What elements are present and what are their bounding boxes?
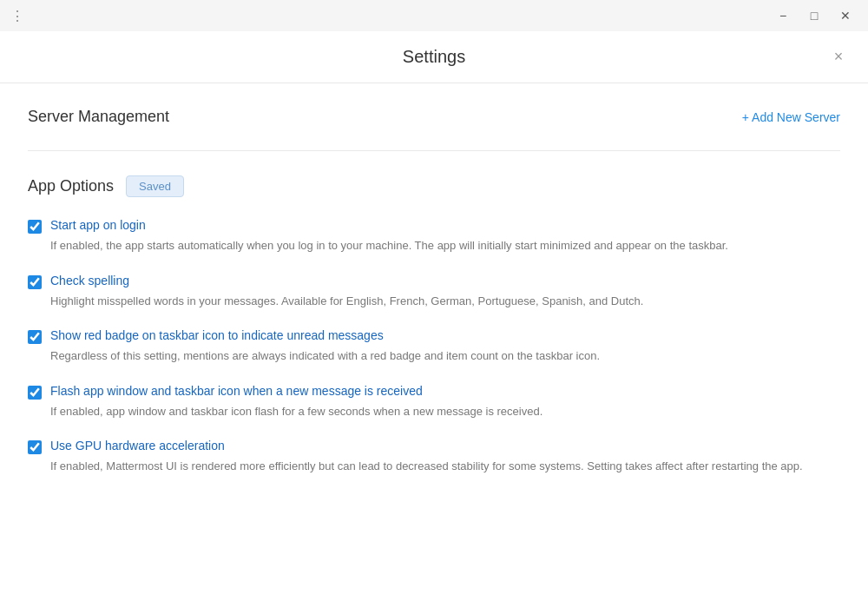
window-content: Settings × Server Management + Add New S… [0,31,868,608]
section-divider [28,150,840,151]
desc-red-badge: Regardless of this setting, mentions are… [50,347,840,365]
settings-header: Settings × [0,31,868,83]
checkbox-start-app-login[interactable] [28,220,42,234]
option-label-row-flash: Flash app window and taskbar icon when a… [28,384,840,400]
server-management-title: Server Management [28,108,169,126]
title-bar-left: ⋮ [10,8,25,24]
label-check-spelling[interactable]: Check spelling [50,274,129,287]
app-options-section: App Options Saved Start app on login If … [28,175,840,475]
option-check-spelling: Check spelling Highlight misspelled word… [28,274,840,310]
server-management-header: Server Management + Add New Server [28,108,840,126]
title-bar-controls: − □ ✕ [771,3,858,28]
settings-title: Settings [403,47,465,67]
option-label-row-red-badge: Show red badge on taskbar icon to indica… [28,328,840,344]
close-button[interactable]: ✕ [833,3,858,28]
checkbox-gpu-acceleration[interactable] [28,440,42,454]
minimize-button[interactable]: − [771,3,795,28]
option-flash-app: Flash app window and taskbar icon when a… [28,384,840,420]
server-management-section: Server Management + Add New Server [28,108,840,126]
option-label-row-spelling: Check spelling [28,274,840,289]
checkbox-red-badge[interactable] [28,330,42,344]
option-gpu-acceleration: Use GPU hardware acceleration If enabled… [28,439,840,475]
desc-flash-app: If enabled, app window and taskbar icon … [50,403,840,420]
desc-check-spelling: Highlight misspelled words in your messa… [50,293,840,310]
settings-body: Server Management + Add New Server App O… [0,83,868,604]
maximize-button[interactable]: □ [802,3,826,28]
title-bar: ⋮ − □ ✕ [0,0,868,31]
option-red-badge: Show red badge on taskbar icon to indica… [28,328,840,365]
desc-start-app-login: If enabled, the app starts automatically… [50,237,840,254]
option-label-row-gpu: Use GPU hardware acceleration [28,439,840,454]
label-start-app-login[interactable]: Start app on login [50,218,146,232]
checkbox-check-spelling[interactable] [28,275,42,289]
option-label-row-start-app: Start app on login [28,218,840,234]
label-red-badge[interactable]: Show red badge on taskbar icon to indica… [50,328,384,342]
desc-gpu-acceleration: If enabled, Mattermost UI is rendered mo… [50,458,840,475]
app-options-header: App Options Saved [28,175,840,197]
app-options-title: App Options [28,177,114,195]
label-gpu-acceleration[interactable]: Use GPU hardware acceleration [50,439,225,453]
saved-badge: Saved [126,175,184,197]
add-new-server-button[interactable]: + Add New Server [742,110,840,124]
dots-icon: ⋮ [10,8,25,24]
label-flash-app[interactable]: Flash app window and taskbar icon when a… [50,384,423,398]
header-close-icon[interactable]: × [826,45,851,69]
checkbox-flash-app[interactable] [28,386,42,400]
option-start-app-login: Start app on login If enabled, the app s… [28,218,840,254]
